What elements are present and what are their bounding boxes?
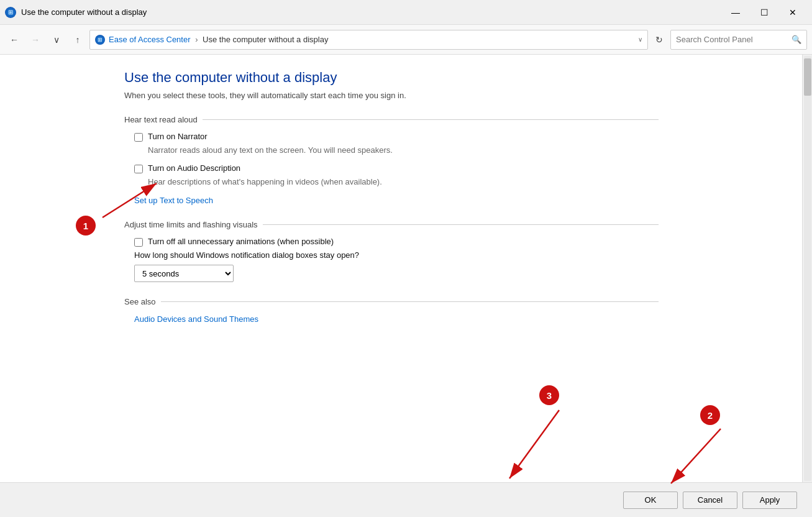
search-bar: 🔍 bbox=[670, 30, 807, 50]
back-button[interactable]: ← bbox=[5, 30, 24, 49]
address-bar: ⊞ Ease of Access Center › Use the comput… bbox=[89, 30, 648, 50]
section2-line bbox=[263, 224, 659, 225]
forward-button[interactable]: → bbox=[26, 30, 45, 49]
section3-title: See also bbox=[124, 297, 156, 306]
breadcrumb-root[interactable]: Ease of Access Center bbox=[109, 35, 191, 44]
ok-button[interactable]: OK bbox=[623, 492, 678, 509]
address-icon: ⊞ bbox=[95, 35, 105, 45]
address-dropdown-button[interactable]: ∨ bbox=[638, 36, 642, 43]
audio-description-checkbox[interactable] bbox=[134, 165, 143, 173]
section2-title: Adjust time limits and flashing visuals bbox=[124, 220, 258, 229]
scrollbar-thumb[interactable] bbox=[804, 58, 811, 96]
window-controls: — ☐ ✕ bbox=[721, 2, 807, 22]
scrollbar-track[interactable] bbox=[804, 56, 811, 481]
animations-row: Turn off all unnecessary animations (whe… bbox=[134, 237, 659, 247]
refresh-button[interactable]: ↻ bbox=[650, 31, 668, 48]
audio-devices-link[interactable]: Audio Devices and Sound Themes bbox=[134, 314, 258, 324]
recent-locations-button[interactable]: ∨ bbox=[47, 30, 66, 49]
window-title: Use the computer without a display bbox=[21, 7, 147, 17]
audio-desc-desc: Hear descriptions of what's happening in… bbox=[148, 177, 659, 186]
breadcrumb: Ease of Access Center › Use the computer… bbox=[109, 35, 634, 44]
section-hear-text-header: Hear text read aloud bbox=[124, 115, 659, 124]
section1-line bbox=[203, 119, 659, 120]
footer-bar: OK Cancel Apply bbox=[0, 482, 812, 517]
minimize-button[interactable]: — bbox=[721, 2, 750, 22]
animations-checkbox[interactable] bbox=[134, 238, 143, 247]
main-container: Use the computer without a display When … bbox=[0, 55, 812, 482]
notification-dropdown-section: How long should Windows notification dia… bbox=[134, 250, 659, 282]
notification-duration-select[interactable]: 5 seconds 7 seconds 15 seconds 30 second… bbox=[134, 265, 234, 282]
breadcrumb-separator: › bbox=[195, 35, 200, 44]
window-icon: ⊞ bbox=[5, 7, 16, 18]
text-to-speech-link[interactable]: Set up Text to Speech bbox=[134, 196, 213, 205]
page-subtitle: When you select these tools, they will a… bbox=[124, 91, 659, 100]
maximize-button[interactable]: ☐ bbox=[750, 2, 778, 22]
audio-desc-label[interactable]: Turn on Audio Description bbox=[148, 163, 240, 173]
scrollbar[interactable] bbox=[802, 55, 812, 482]
page-title: Use the computer without a display bbox=[124, 70, 659, 86]
search-input[interactable] bbox=[676, 35, 791, 44]
narrator-desc: Narrator reads aloud any text on the scr… bbox=[148, 145, 659, 155]
up-button[interactable]: ↑ bbox=[68, 30, 87, 49]
close-button[interactable]: ✕ bbox=[778, 2, 807, 22]
navigation-bar: ← → ∨ ↑ ⊞ Ease of Access Center › Use th… bbox=[0, 25, 812, 55]
breadcrumb-current: Use the computer without a display bbox=[203, 35, 328, 44]
narrator-checkbox[interactable] bbox=[134, 133, 143, 142]
narrator-label[interactable]: Turn on Narrator bbox=[148, 132, 208, 141]
narrator-row: Turn on Narrator bbox=[134, 132, 659, 142]
notification-question: How long should Windows notification dia… bbox=[134, 250, 659, 260]
content-area: Use the computer without a display When … bbox=[0, 55, 802, 482]
animations-label[interactable]: Turn off all unnecessary animations (whe… bbox=[148, 237, 334, 246]
search-icon: 🔍 bbox=[791, 35, 801, 44]
section-see-also-header: See also bbox=[124, 297, 659, 306]
apply-button[interactable]: Apply bbox=[742, 492, 797, 509]
section3-line bbox=[161, 301, 659, 302]
section1-title: Hear text read aloud bbox=[124, 115, 198, 124]
audio-desc-row: Turn on Audio Description bbox=[134, 163, 659, 173]
section-time-limits-header: Adjust time limits and flashing visuals bbox=[124, 220, 659, 229]
cancel-button[interactable]: Cancel bbox=[683, 492, 737, 509]
